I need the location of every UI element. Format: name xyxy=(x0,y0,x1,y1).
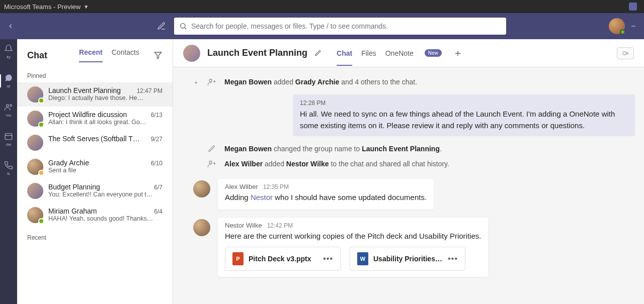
system-message: Alex Wilber added Nestor Wilke to the ch… xyxy=(178,156,635,171)
svg-point-0 xyxy=(181,24,185,28)
svg-rect-5 xyxy=(5,134,12,140)
avatar xyxy=(193,180,210,197)
message-bubble[interactable]: 12:28 PM Hi all. We need to sync on a fe… xyxy=(293,94,635,136)
person-add-icon xyxy=(206,158,217,169)
chat-item[interactable]: Grady Archie6/10 Sent a file xyxy=(17,155,173,179)
video-call-button[interactable] xyxy=(617,47,634,59)
avatar xyxy=(27,159,43,175)
tab-chat[interactable]: Chat xyxy=(337,41,352,65)
message-author: Alex Wilber xyxy=(225,183,258,190)
phone-icon xyxy=(4,161,13,170)
message-card[interactable]: Alex Wilber 12:35 PM Adding Nestor who I… xyxy=(217,178,434,210)
chat-name: Project Wildfire dicussion xyxy=(48,111,127,119)
tab-onenote[interactable]: OneNote xyxy=(385,41,414,65)
avatar xyxy=(27,135,43,151)
chat-item[interactable]: Budget Planning6/7 You: Excellent!! Can … xyxy=(17,179,173,203)
chat-item[interactable]: Project Wildfire dicussion6/13 Allan: I … xyxy=(17,107,173,131)
teams-logo-icon xyxy=(629,3,637,11)
rail-teams[interactable]: ms xyxy=(0,103,17,118)
svg-marker-7 xyxy=(154,52,162,59)
mention-link[interactable]: Nestor xyxy=(251,193,273,201)
bell-icon xyxy=(4,44,13,53)
svg-rect-8 xyxy=(623,52,626,55)
message-timestamp: 12:42 PM xyxy=(267,222,293,229)
message-timestamp: 12:35 PM xyxy=(263,183,289,190)
attachment-doc[interactable]: W Usability Priorities.d… ••• xyxy=(350,247,465,271)
chat-preview: Sent a file xyxy=(48,167,163,174)
avatar xyxy=(27,183,43,199)
svg-line-1 xyxy=(185,28,186,29)
rail-calendar[interactable]: dar xyxy=(0,132,17,147)
people-icon xyxy=(4,103,13,112)
add-tab-icon[interactable]: ＋ xyxy=(453,46,463,60)
conversation-header: Launch Event Planning Chat Files OneNote… xyxy=(173,39,644,67)
powerpoint-icon: P xyxy=(232,252,244,265)
svg-point-10 xyxy=(209,79,212,81)
svg-point-4 xyxy=(10,105,12,107)
tab-recent[interactable]: Recent xyxy=(79,48,103,62)
system-message: Megan Bowen changed the group name to La… xyxy=(178,141,635,156)
profile-avatar[interactable] xyxy=(609,18,625,34)
system-message: ▸ Megan Bowen added Grady Archie and 4 o… xyxy=(178,74,635,89)
message-text: Here are the current working copies of t… xyxy=(225,231,481,242)
avatar xyxy=(193,219,210,236)
avatar xyxy=(27,207,43,223)
svg-point-13 xyxy=(209,161,212,163)
attachment-filename: Pitch Deck v3.pptx xyxy=(249,255,318,263)
chat-preview: You: Excellent!! Can everyone put t… xyxy=(48,191,163,198)
chat-item[interactable]: Miriam Graham6/4 HAHA! Yeah, sounds good… xyxy=(17,203,173,227)
chat-time: 6/13 xyxy=(151,112,163,119)
window-titlebar: Microsoft Teams - Preview ▼ xyxy=(0,0,644,13)
app-rail: ity at ms dar ls xyxy=(0,39,17,304)
chat-name: Budget Planning xyxy=(48,183,100,191)
tab-contacts[interactable]: Contacts xyxy=(112,48,139,62)
tab-files[interactable]: Files xyxy=(361,41,376,65)
presence-available-icon xyxy=(620,29,625,35)
message-timestamp: 12:28 PM xyxy=(300,99,628,107)
presence-icon xyxy=(38,122,44,128)
message-row: Alex Wilber 12:35 PM Adding Nestor who I… xyxy=(193,178,635,210)
chat-name: Grady Archie xyxy=(48,159,89,167)
search-box[interactable] xyxy=(174,18,506,35)
more-icon[interactable]: ••• xyxy=(323,254,333,263)
chat-name: The Soft Serves (Softball T… xyxy=(48,135,140,143)
rail-activity[interactable]: ity xyxy=(0,44,17,59)
avatar xyxy=(27,86,43,103)
minimize-icon[interactable] xyxy=(630,23,637,30)
new-badge: New xyxy=(425,49,442,57)
chat-time: 9/27 xyxy=(151,136,163,143)
chat-time: 12:47 PM xyxy=(137,87,163,94)
own-message: 12:28 PM Hi all. We need to sync on a fe… xyxy=(178,94,635,136)
calendar-icon xyxy=(4,132,13,141)
chat-item[interactable]: Launch Event Planning12:47 PM Diego: I a… xyxy=(17,82,173,107)
dropdown-caret-icon[interactable]: ▼ xyxy=(84,4,89,10)
chat-preview: Allan: I think it all looks great. Go… xyxy=(48,119,163,126)
message-row: Nestor Wilke 12:42 PM Here are the curre… xyxy=(193,217,635,278)
expand-icon[interactable]: ▸ xyxy=(193,79,199,85)
filter-icon[interactable] xyxy=(153,51,163,60)
presence-icon xyxy=(38,170,44,176)
conversation-panel: Launch Event Planning Chat Files OneNote… xyxy=(173,39,644,304)
svg-point-3 xyxy=(7,105,9,107)
group-avatar xyxy=(183,45,200,62)
rail-calls[interactable]: ls xyxy=(0,161,17,176)
more-icon[interactable]: ••• xyxy=(448,254,458,263)
rail-chat[interactable]: at xyxy=(0,73,17,88)
back-button[interactable] xyxy=(7,23,17,30)
attachment-ppt[interactable]: P Pitch Deck v3.pptx ••• xyxy=(225,247,341,271)
section-pinned: Pinned xyxy=(17,65,173,82)
chat-time: 6/10 xyxy=(151,160,163,167)
presence-icon xyxy=(209,196,211,198)
chat-preview: Diego: I actually have those. He… xyxy=(48,94,163,102)
search-input[interactable] xyxy=(191,22,501,30)
chat-icon xyxy=(4,73,13,82)
rename-icon[interactable] xyxy=(314,50,321,57)
chat-heading: Chat xyxy=(27,50,47,61)
chat-name: Miriam Graham xyxy=(48,207,97,215)
chat-item[interactable]: The Soft Serves (Softball T…9/27 xyxy=(17,131,173,155)
presence-icon xyxy=(38,218,44,224)
new-chat-icon[interactable] xyxy=(157,22,167,31)
chat-preview: HAHA! Yeah, sounds good! Thanks… xyxy=(48,215,163,222)
message-card[interactable]: Nestor Wilke 12:42 PM Here are the curre… xyxy=(217,217,489,278)
chat-list-panel: Chat Recent Contacts Pinned Launch Event… xyxy=(17,39,173,304)
